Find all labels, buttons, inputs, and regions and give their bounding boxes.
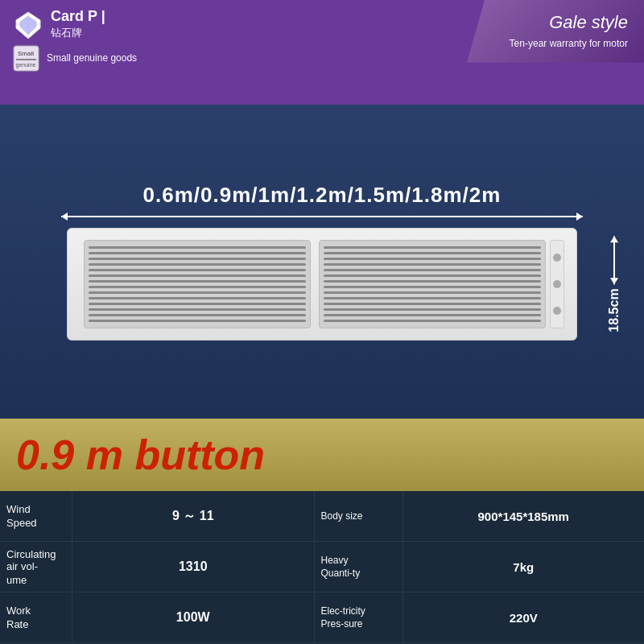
vent-line	[324, 263, 541, 266]
spec-body-size-label: Body size	[321, 510, 363, 522]
badge-text: Small genuine goods	[47, 52, 137, 65]
diamond-icon	[12, 8, 44, 40]
control-btn	[553, 280, 561, 288]
gale-banner-inner: Gale style Ten-year warranty for motor	[467, 0, 644, 63]
vent-line	[324, 252, 541, 254]
brand-section: Card P | 钻石牌 Small genuine Small genuine…	[12, 8, 137, 72]
control-btn	[553, 307, 561, 315]
vent-line	[89, 308, 306, 311]
vent-line	[324, 258, 541, 260]
brand-title-block: Card P | 钻石牌	[51, 8, 105, 40]
spec-electricity-label: Elec-tricity	[321, 605, 365, 617]
vent-line	[89, 263, 306, 266]
specs-row-2: Circulating air vol- ume 1310 Heavy Quan…	[0, 542, 644, 592]
vent-line	[324, 291, 541, 294]
product-image-wrapper: 18.5cm	[67, 228, 577, 341]
spec-label-air: Circulating air vol- ume	[0, 542, 72, 592]
ac-vent-left	[84, 240, 311, 328]
spec-label-air-1: Circulating air vol-	[6, 548, 65, 572]
height-indicator: 18.5cm	[607, 236, 621, 332]
vent-line	[324, 246, 541, 249]
vent-line	[89, 314, 306, 316]
spec-label-wind-2: Speed	[6, 517, 37, 529]
height-arrow	[613, 236, 615, 284]
spec-right-value-voltage: 220V	[403, 592, 645, 642]
spec-right-label-weight: Heavy Quanti-ty	[315, 542, 403, 592]
vent-line	[89, 280, 306, 283]
arrow-line	[61, 216, 583, 217]
vent-line	[324, 303, 541, 305]
vent-line	[324, 280, 541, 283]
control-btn	[553, 254, 561, 262]
spec-label-work: Work Rate	[0, 592, 72, 642]
spec-pressure-label: Pres-sure	[321, 618, 363, 630]
vent-line	[89, 258, 306, 260]
vent-line	[89, 252, 306, 254]
dimension-label: 0.6m/0.9m/1m/1.2m/1.5m/1.8m/2m	[143, 183, 502, 208]
spec-label-air-2: ume	[6, 574, 27, 586]
gale-banner: Gale style Ten-year warranty for motor	[467, 0, 644, 63]
svg-text:Small: Small	[18, 50, 34, 57]
size-button-label[interactable]: 0.9 m button	[16, 431, 265, 479]
spec-value-wind-speed: 9 ～ 11	[72, 491, 315, 541]
vent-line	[89, 303, 306, 305]
spec-right-label-electricity: Elec-tricity Pres-sure	[315, 592, 403, 642]
ac-unit	[67, 228, 577, 341]
gale-title: Gale style	[483, 12, 628, 33]
vent-line	[324, 269, 541, 271]
brand-row: Card P | 钻石牌	[12, 8, 105, 40]
vent-line	[89, 275, 306, 277]
spec-value-air-volume: 1310	[72, 542, 315, 592]
svg-text:genuine: genuine	[16, 62, 36, 68]
vent-line	[324, 320, 541, 322]
vent-line	[89, 286, 306, 288]
badge-row: Small genuine Small genuine goods	[12, 44, 137, 72]
header: Card P | 钻石牌 Small genuine Small genuine…	[0, 0, 644, 105]
height-text: 18.5cm	[607, 288, 621, 332]
vent-line	[89, 269, 306, 271]
spec-label-wind: Wind Speed	[0, 491, 72, 541]
vent-line	[324, 286, 541, 288]
dimension-arrow	[61, 216, 583, 217]
specs-row-3: Work Rate 100W Elec-tricity Pres-sure 22…	[0, 592, 644, 643]
spec-label-wind-1: Wind	[6, 503, 31, 515]
vent-line	[324, 308, 541, 311]
specs-table: Wind Speed 9 ～ 11 Body size 900*145*185m…	[0, 491, 644, 644]
spec-right-value-body: 900*145*185mm	[403, 491, 645, 541]
vent-line	[324, 297, 541, 299]
vent-line	[89, 246, 306, 249]
badge-icon: Small genuine	[12, 44, 40, 72]
vent-line	[89, 297, 306, 299]
ac-vent-right	[319, 240, 546, 328]
gale-warranty: Ten-year warranty for motor	[483, 37, 628, 51]
spec-right-label-body: Body size	[315, 491, 403, 541]
spec-heavy-label: Heavy	[321, 555, 349, 566]
ac-control-panel	[550, 240, 564, 328]
spec-value-work-rate: 100W	[72, 592, 315, 642]
svg-rect-6	[16, 59, 36, 60]
spec-label-work-1: Work	[6, 605, 31, 617]
vent-line	[324, 314, 541, 316]
spec-label-work-2: Rate	[6, 618, 28, 630]
spec-quantity-label: Quanti-ty	[321, 568, 361, 579]
brand-subtitle: 钻石牌	[51, 26, 105, 40]
spec-right-value-weight: 7kg	[403, 542, 645, 592]
vent-line	[89, 291, 306, 294]
button-section: 0.9 m button	[0, 419, 644, 491]
card-title: Card P |	[51, 8, 105, 26]
product-area: 0.6m/0.9m/1m/1.2m/1.5m/1.8m/2m	[0, 105, 644, 419]
vent-line	[89, 320, 306, 322]
specs-row-1: Wind Speed 9 ～ 11 Body size 900*145*185m…	[0, 491, 644, 542]
vent-line	[324, 275, 541, 277]
